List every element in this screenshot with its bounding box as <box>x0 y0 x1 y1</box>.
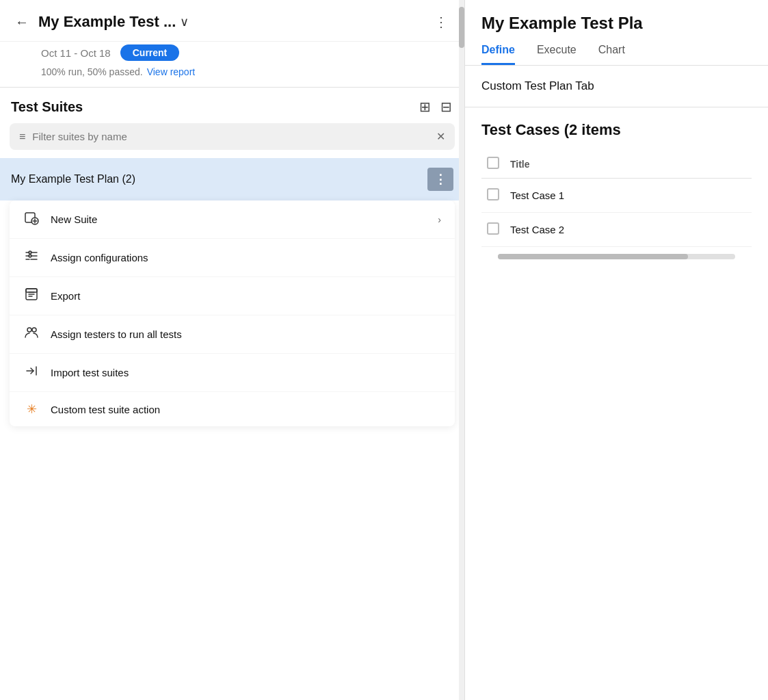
table-header-row: Title <box>481 150 752 179</box>
expand-all-button[interactable]: ⊞ <box>418 97 432 116</box>
view-report-link[interactable]: View report <box>147 66 196 77</box>
suites-header: Test Suites ⊞ ⊟ <box>0 88 464 123</box>
date-range: Oct 11 - Oct 18 <box>41 47 111 59</box>
tab-define[interactable]: Define <box>481 44 515 65</box>
scrollbar-track <box>459 0 464 700</box>
tabs-row: Define Execute Chart <box>481 44 752 65</box>
current-badge: Current <box>120 44 180 61</box>
tc1-checkbox-cell <box>481 179 505 213</box>
title-row: My Example Test ... ∨ <box>38 13 423 31</box>
assign-config-icon <box>23 248 40 267</box>
svg-point-18 <box>32 328 36 332</box>
menu-item-assign-testers[interactable]: Assign testers to run all tests <box>10 315 455 354</box>
svg-rect-16 <box>26 289 37 292</box>
clear-filter-button[interactable]: ✕ <box>436 130 445 143</box>
stats-row: 100% run, 50% passed. View report <box>0 62 464 87</box>
export-icon <box>23 287 40 305</box>
horizontal-scrollbar-thumb[interactable] <box>498 254 688 259</box>
menu-assign-config-label: Assign configurations <box>51 252 441 263</box>
tc2-checkbox[interactable] <box>487 222 499 235</box>
left-panel: ← My Example Test ... ∨ ⋮ Oct 11 - Oct 1… <box>0 0 465 700</box>
custom-tab-section: Custom Test Plan Tab <box>465 66 768 107</box>
test-cases-title: Test Cases (2 items <box>481 121 752 139</box>
test-cases-section: Test Cases (2 items Title Test Case 1 <box>465 107 768 700</box>
filter-input[interactable] <box>32 131 429 142</box>
menu-custom-action-label: Custom test suite action <box>51 404 441 415</box>
select-all-checkbox[interactable] <box>487 157 499 169</box>
stats-text: 100% run, 50% passed. <box>41 66 143 77</box>
tab-chart[interactable]: Chart <box>598 44 625 65</box>
filter-icon: ≡ <box>19 131 25 143</box>
tc1-title-cell: Test Case 1 <box>505 179 752 213</box>
header-bar: ← My Example Test ... ∨ ⋮ <box>0 0 464 42</box>
table-row: Test Case 2 <box>481 213 752 247</box>
menu-item-custom-action[interactable]: ✳ Custom test suite action <box>10 392 455 426</box>
scrollbar-thumb[interactable] <box>459 7 464 48</box>
tc2-title-cell: Test Case 2 <box>505 213 752 247</box>
import-icon <box>23 363 40 382</box>
date-row: Oct 11 - Oct 18 Current <box>0 42 464 62</box>
tc1-checkbox[interactable] <box>487 188 499 200</box>
suite-more-button[interactable]: ⋮ <box>427 168 453 191</box>
suite-item[interactable]: My Example Test Plan (2) ⋮ <box>0 158 464 200</box>
dropdown-menu: New Suite › Assign configurations <box>10 200 455 426</box>
filter-bar: ≡ ✕ <box>10 123 455 150</box>
right-panel: My Example Test Pla Define Execute Chart… <box>465 0 768 700</box>
tab-execute[interactable]: Execute <box>537 44 577 65</box>
menu-import-label: Import test suites <box>51 367 441 378</box>
new-suite-icon <box>23 210 40 229</box>
chevron-down-icon[interactable]: ∨ <box>180 14 189 29</box>
menu-item-import[interactable]: Import test suites <box>10 354 455 392</box>
menu-item-new-suite[interactable]: New Suite › <box>10 200 455 239</box>
suites-title: Test Suites <box>11 99 411 115</box>
table-row: Test Case 1 <box>481 179 752 213</box>
right-panel-title: My Example Test Pla <box>481 14 752 33</box>
title-header: Title <box>505 150 752 179</box>
assign-testers-icon <box>23 325 40 343</box>
main-title: My Example Test ... <box>38 13 176 31</box>
suite-item-label: My Example Test Plan (2) <box>11 173 427 185</box>
collapse-all-button[interactable]: ⊟ <box>439 97 453 116</box>
custom-action-icon: ✳ <box>23 402 40 417</box>
menu-item-assign-config[interactable]: Assign configurations <box>10 239 455 277</box>
menu-new-suite-arrow: › <box>438 214 441 225</box>
menu-item-export[interactable]: Export <box>10 277 455 315</box>
svg-point-11 <box>29 255 31 257</box>
right-header: My Example Test Pla Define Execute Chart <box>465 0 768 66</box>
test-cases-table: Title Test Case 1 Test Case 2 <box>481 150 752 247</box>
back-button[interactable]: ← <box>11 13 33 31</box>
menu-assign-testers-label: Assign testers to run all tests <box>51 328 441 340</box>
horizontal-scrollbar[interactable] <box>498 254 735 259</box>
svg-point-17 <box>27 328 31 332</box>
header-more-button[interactable]: ⋮ <box>429 12 453 31</box>
menu-new-suite-label: New Suite <box>51 213 427 225</box>
tc2-checkbox-cell <box>481 213 505 247</box>
svg-point-10 <box>29 251 31 254</box>
checkbox-header <box>481 150 505 179</box>
custom-tab-label: Custom Test Plan Tab <box>481 79 594 92</box>
menu-export-label: Export <box>51 290 441 302</box>
